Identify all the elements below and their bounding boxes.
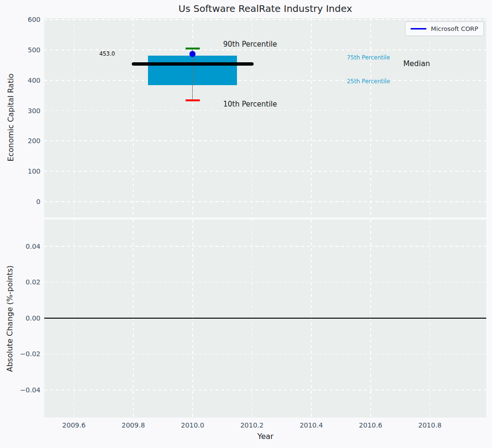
gridline-horizontal (44, 19, 486, 20)
y-tick-label: 0.02 (26, 278, 40, 286)
gridline-vertical (133, 18, 134, 217)
gridline-vertical (192, 220, 193, 418)
y-tick-label: 0.04 (26, 243, 40, 250)
p10-cap (186, 99, 200, 101)
gridline-horizontal (44, 354, 486, 355)
legend: Microsoft CORP (405, 21, 484, 36)
gridline-horizontal (44, 171, 486, 172)
chart-title: Us Software RealRate Industry Index (44, 3, 486, 14)
x-tick-label: 2010.2 (240, 421, 264, 429)
y-tick-label: 600 (28, 16, 40, 23)
annotation-25th-percentile: 25th Percentile (347, 78, 390, 85)
x-axis-label: Year (257, 432, 274, 441)
y-tick-label: −0.02 (20, 350, 40, 358)
bottom-plot-area (44, 220, 486, 418)
y-tick-label: 300 (28, 107, 40, 115)
annotation-453-0: 453.0 (99, 50, 115, 57)
gridline-horizontal (44, 80, 486, 81)
gridline-vertical (133, 220, 134, 418)
y-tick-label: 400 (28, 77, 40, 84)
gridline-horizontal (44, 282, 486, 283)
gridline-vertical (74, 18, 75, 217)
y-axis-label-bottom: Absolute Change (%-points) (5, 265, 14, 372)
y-axis-label-top: Economic Capital Ratio (6, 74, 15, 162)
x-tick-label: 2010.0 (181, 421, 204, 429)
legend-label: Microsoft CORP (431, 25, 478, 32)
gridline-vertical (252, 220, 253, 418)
gridline-vertical (370, 220, 371, 418)
x-tick-label: 2009.6 (62, 421, 86, 429)
gridline-horizontal (44, 201, 486, 202)
x-tick-label: 2010.4 (300, 421, 323, 429)
annotation-10th-percentile: 10th Percentile (223, 100, 277, 108)
zero-line (44, 318, 486, 319)
y-tick-label: 200 (28, 137, 40, 145)
y-tick-label: 0 (36, 198, 40, 205)
gridline-horizontal (44, 110, 486, 111)
p90-cap (186, 48, 200, 49)
y-tick-label: 100 (28, 167, 40, 175)
median-line (132, 62, 254, 66)
x-tick-label: 2009.8 (122, 421, 145, 429)
gridline-vertical (311, 18, 312, 217)
gridline-vertical (430, 18, 431, 217)
gridline-vertical (311, 220, 312, 418)
y-tick-label: 0.00 (26, 314, 40, 322)
company-point (189, 51, 196, 57)
x-tick-label: 2010.8 (418, 421, 442, 429)
gridline-horizontal (44, 390, 486, 390)
y-tick-label: 500 (28, 46, 40, 54)
x-tick-label: 2010.6 (359, 421, 382, 429)
gridline-vertical (430, 220, 431, 418)
top-plot-area: Microsoft CORP 453.090th Percentile10th … (44, 18, 486, 217)
annotation-90th-percentile: 90th Percentile (223, 40, 277, 49)
gridline-horizontal (44, 246, 486, 247)
gridline-horizontal (44, 140, 486, 141)
y-tick-label: −0.04 (20, 386, 40, 394)
gridline-vertical (74, 220, 75, 418)
gridline-vertical (370, 18, 371, 217)
annotation-75th-percentile: 75th Percentile (347, 54, 390, 61)
annotation-median: Median (403, 59, 430, 68)
legend-line-icon (411, 28, 426, 29)
